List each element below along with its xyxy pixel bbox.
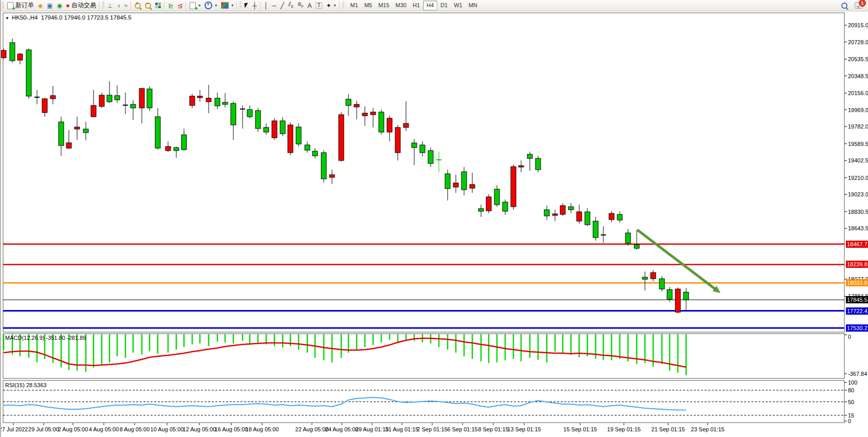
candle-body [511,167,516,207]
candle-body [651,272,656,279]
time-axis-label: 24 Aug 05:00 [325,426,359,432]
arrows-tool-button[interactable]: ✦▾ [324,1,338,10]
trendline-tool-button[interactable]: ╱ [279,1,286,10]
price-level-badge: 18033.8 [846,279,868,286]
candle-body [288,125,293,153]
timeframe-w1[interactable]: W1 [451,1,466,10]
candle-body [659,279,664,289]
search-icon[interactable] [841,3,847,9]
candle-body [544,210,549,216]
time-axis-label: 10 Aug 05:00 [151,426,184,432]
candle-body [486,197,491,211]
candle-body [453,183,458,187]
zoom-out-button[interactable]: − [143,1,153,10]
candle-body [181,135,187,150]
terminal-icon: ▣ [47,3,52,9]
new-chart-icon: + [190,2,196,9]
candle-body [155,117,160,148]
timeframe-d1[interactable]: D1 [437,1,451,10]
price-level-badge: 18239.8 [846,261,868,268]
chat-icon[interactable]: 1 [855,2,863,9]
price-axis-label: 20156.0 [848,89,868,97]
candle-body [321,153,326,179]
price-axis-label: 18830.5 [848,208,868,215]
candle-body [519,166,524,167]
candle-body [420,145,425,153]
chart-canvas[interactable] [1,0,868,437]
candle-body [478,209,484,211]
timeframe-h4[interactable]: H4 [423,1,437,10]
candle-body [535,158,541,170]
terminal-button[interactable]: ▣ [45,1,54,10]
text-tool-button[interactable]: A [305,1,313,10]
candle-body [115,96,120,100]
zoom-out-icon: − [145,3,151,9]
autotrading-button[interactable]: ⏺ 自动交易 [64,1,98,10]
separator [236,2,237,10]
candle-body [568,207,574,210]
indicators-button[interactable]: ▾ [219,1,235,10]
bar-chart-button[interactable]: ⊥ [105,1,115,10]
candle-body [75,127,80,129]
chart-ohlc-values: 17946.0 17946.0 17723.5 17845.5 [41,14,132,21]
timeframe-h1[interactable]: H1 [410,1,423,10]
auto-scroll-icon: ⊵ [168,3,173,9]
candle-body [329,175,335,177]
candle-body [99,95,104,106]
arrows-icon: ✦ [326,3,331,9]
line-chart-button[interactable]: ≈ [122,1,130,10]
price-level-badge: 18467.7 [846,241,868,248]
candle-body [107,95,112,102]
timeframe-m15[interactable]: M15 [375,1,392,10]
candle-body [312,151,318,156]
candlestick-chart-button[interactable]: ⫞ [115,1,122,10]
candle-body [223,102,228,104]
new-chart-button[interactable]: +▾ [188,1,202,10]
candle-body [280,121,285,134]
time-axis-label: 12 Aug 05:00 [183,426,216,432]
channel-tool-button[interactable]: ⫽E [286,1,296,10]
time-axis-label: 2 Sep 01:15 [417,426,447,432]
cursor-tool-button[interactable] [243,1,250,10]
new-order-icon: + [7,2,13,9]
trend-arrow-line[interactable] [637,230,716,290]
main-pane-border [3,13,844,332]
indicators-icon [221,2,229,9]
timeframe-m1[interactable]: M1 [347,1,361,10]
time-axis-label: 13 Sep 01:15 [507,426,541,432]
candle-body [379,112,384,132]
time-axis-label: 2 Aug 05:00 [58,426,88,432]
yellow-cursor-button[interactable]: ◆ [36,1,45,10]
candle-body [174,148,179,151]
candle-body [197,96,202,98]
chart-dropdown-icon[interactable]: ▼ [5,16,9,21]
timeframe-mn[interactable]: MN [466,1,481,10]
periods-button[interactable]: ▾ [202,1,219,10]
price-axis-label: 20348.5 [848,72,868,80]
candlestick-chart-icon: ⫞ [117,3,120,9]
candle-body [428,151,433,163]
chart-shift-button[interactable]: ⊴ [175,1,184,10]
candle-body [17,54,23,60]
candle-body [42,99,47,113]
crosshair-tool-button[interactable]: ┼ [250,1,259,10]
signals-button[interactable]: ◉ [55,1,64,10]
auto-scroll-button[interactable]: ⊵ [166,1,175,10]
horizontal-line-tool-button[interactable]: ─ [270,1,279,10]
new-order-button[interactable]: + 新订单 [5,1,36,10]
candle-body [494,189,500,205]
macd-axis-label: 0 [848,333,851,340]
candle-body [387,118,392,132]
timeframe-m30[interactable]: M30 [393,1,410,10]
timeframe-m5[interactable]: M5 [361,1,375,10]
channel-icon: ⫽E [288,1,293,10]
zoom-in-button[interactable]: + [133,1,143,10]
time-axis-label: 18 Aug 05:00 [246,426,279,432]
tile-windows-button[interactable] [153,1,163,10]
time-axis-label: 29 Aug 01:15 [356,426,389,432]
label-tool-button[interactable]: T [313,1,324,10]
price-level-badge: 17530.2 [846,324,868,332]
separator [99,2,100,10]
vertical-line-tool-button[interactable]: │ [262,1,270,10]
fibonacci-tool-button[interactable]: ≡F [296,1,305,10]
